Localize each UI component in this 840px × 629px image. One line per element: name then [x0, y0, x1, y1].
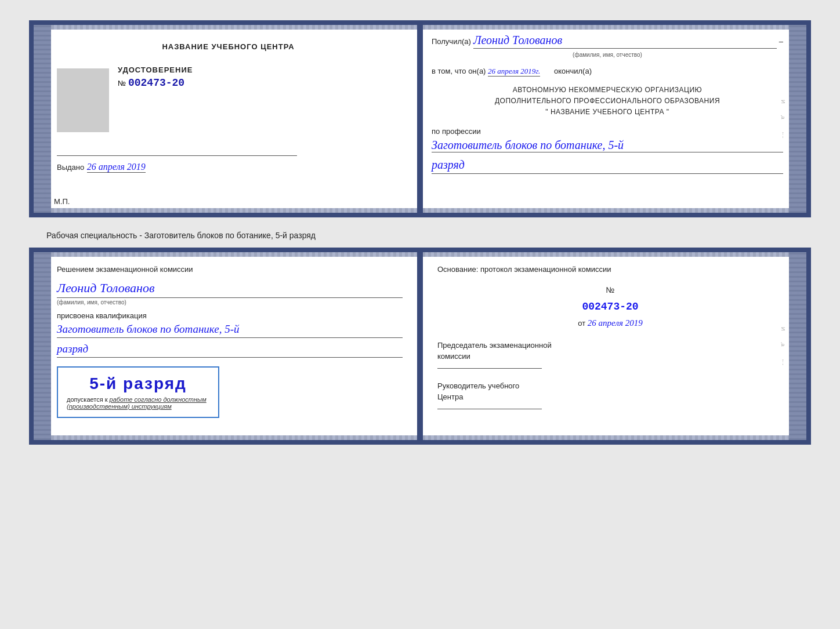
- udostoverenie-label: УДОСТОВЕРЕНИЕ: [118, 66, 193, 74]
- vtom-label: в том, что он(а): [432, 67, 486, 75]
- dopuskaetsya-text: допускается к работе согласно должностны…: [67, 396, 209, 410]
- fio-caption-bottom: (фамилия, имя, отчество): [57, 299, 403, 306]
- predsedatel-line1: Председатель экзаменационной: [437, 340, 783, 351]
- rukovoditel-text: Руководитель учебного Центра: [437, 380, 783, 403]
- photo-placeholder: [57, 68, 109, 132]
- specialty-text: Рабочая специальность - Заготовитель бло…: [46, 228, 794, 243]
- stamp-box: 5-й разряд допускается к работе согласно…: [57, 366, 219, 418]
- side-text-i: И: [780, 100, 786, 103]
- vydano-label: Выдано: [57, 163, 84, 172]
- qualification-text: Заготовитель блоков по ботанике, 5-й: [57, 323, 403, 338]
- side-text-i2: И: [780, 327, 786, 330]
- po-professii-block: по профессии Заготовитель блоков по бота…: [432, 127, 783, 174]
- side-text-a: ,а: [780, 115, 786, 119]
- ot-label: от: [578, 319, 585, 328]
- cert-left-page: НАЗВАНИЕ УЧЕБНОГО ЦЕНТРА УДОСТОВЕРЕНИЕ №…: [34, 25, 414, 213]
- rukovoditel-line2: Центра: [437, 391, 783, 403]
- spine-icon: [417, 25, 423, 213]
- org-line1: АВТОНОМНУЮ НЕКОММЕРЧЕСКУЮ ОРГАНИЗАЦИЮ: [432, 85, 783, 96]
- ot-date-value: 26 апреля 2019: [588, 318, 643, 328]
- cert-right-page: И ,а ←- Получил(а) Леонид Толованов – (ф…: [414, 25, 806, 213]
- osnovanie-text: Основание: протокол экзаменационной коми…: [437, 264, 783, 276]
- vtom-line: в том, что он(а) 26 апреля 2019г. окончи…: [432, 67, 783, 76]
- razryad-top: разряд: [432, 158, 783, 174]
- side-text-a2: ,а: [780, 342, 786, 347]
- ot-date: от 26 апреля 2019: [437, 318, 783, 328]
- cert-left-content: НАЗВАНИЕ УЧЕБНОГО ЦЕНТРА УДОСТОВЕРЕНИЕ №…: [57, 42, 400, 172]
- dopuskaetsya-label: допускается к: [67, 396, 108, 403]
- cert2-right-page: И ,а ←- Основание: протокол экзаменацион…: [420, 252, 806, 440]
- rukovoditel-signature-line: [437, 409, 542, 409]
- organization-block: АВТОНОМНУЮ НЕКОММЕРЧЕСКУЮ ОРГАНИЗАЦИЮ ДО…: [432, 85, 783, 118]
- predsedatel-text: Председатель экзаменационной комиссии: [437, 340, 783, 362]
- po-professii-label: по профессии: [432, 127, 481, 136]
- fio-caption-top: (фамилия, имя, отчество): [432, 52, 783, 58]
- certificate-book-bottom: Решением экзаменационной комиссии Леонид…: [29, 248, 811, 445]
- dopuskaetsya-value: работе согласно должностным: [110, 396, 207, 403]
- stamp-razryad: 5-й разряд: [67, 375, 209, 393]
- certificate-number: 002473-20: [128, 77, 184, 89]
- dopuskaetsya-value2: (производственным) инструкциям: [67, 403, 172, 410]
- training-center-title: НАЗВАНИЕ УЧЕБНОГО ЦЕНТРА: [57, 42, 400, 51]
- side-text-arrow: ←-: [780, 131, 786, 138]
- poluchil-line: Получил(а) Леонид Толованов –: [432, 34, 783, 49]
- number-prefix: №: [118, 79, 126, 88]
- vtom-date: 26 апреля 2019г.: [488, 67, 540, 77]
- prisvoena-text: присвоена квалификация: [57, 311, 403, 320]
- side-text-arrow2: ←-: [780, 358, 786, 365]
- main-container: НАЗВАНИЕ УЧЕБНОГО ЦЕНТРА УДОСТОВЕРЕНИЕ №…: [12, 12, 828, 453]
- org-line2: ДОПОЛНИТЕЛЬНОГО ПРОФЕССИОНАЛЬНОГО ОБРАЗО…: [432, 96, 783, 107]
- rukovoditel-line1: Руководитель учебного: [437, 380, 783, 392]
- spine2-icon: [417, 252, 423, 440]
- resheniem-text: Решением экзаменационной комиссии: [57, 264, 403, 276]
- poluchil-label: Получил(а): [432, 37, 471, 46]
- razryad-bottom: разряд: [57, 343, 403, 358]
- mp-label: М.П.: [54, 197, 70, 206]
- cert2-left-page: Решением экзаменационной комиссии Леонид…: [34, 252, 420, 440]
- predsedatel-signature-line: [437, 368, 542, 369]
- proto-number: 002473-20: [437, 301, 783, 312]
- recipient-name: Леонид Толованов: [473, 34, 777, 49]
- vydano-date: 26 апреля 2019: [87, 162, 146, 173]
- person-name-bottom: Леонид Толованов: [57, 281, 403, 298]
- org-line3: " НАЗВАНИЕ УЧЕБНОГО ЦЕНТРА ": [432, 107, 783, 118]
- certificate-book-top: НАЗВАНИЕ УЧЕБНОГО ЦЕНТРА УДОСТОВЕРЕНИЕ №…: [29, 20, 811, 217]
- proto-prefix: №: [606, 285, 614, 294]
- predsedatel-line2: комиссии: [437, 351, 783, 362]
- profession-name: Заготовитель блоков по ботанике, 5-й: [432, 139, 783, 152]
- okonchil-label: окончил(а): [554, 67, 592, 75]
